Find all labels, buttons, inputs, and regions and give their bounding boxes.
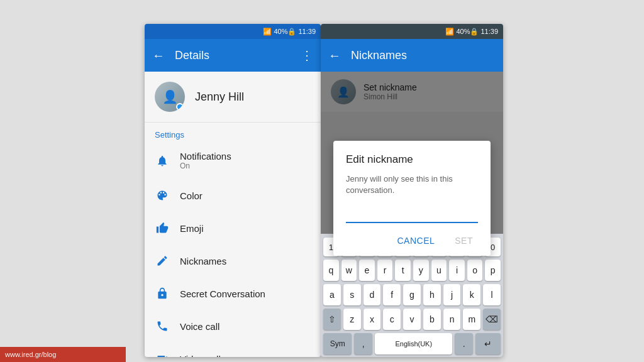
voice-call-text: Voice call	[180, 321, 311, 332]
key-z[interactable]: z	[343, 309, 361, 330]
key-d[interactable]: d	[364, 284, 381, 305]
keyboard-bottom-row: Sym , English(UK) . ↵	[323, 333, 501, 354]
right-signal-icon: 📶	[445, 28, 454, 36]
key-f[interactable]: f	[383, 284, 401, 305]
dialog-overlay: Edit nickname Jenny will only see this i…	[321, 72, 503, 357]
voice-call-menu-item[interactable]: Voice call	[145, 310, 321, 343]
profile-section: 👤 Jenny Hill	[145, 72, 321, 123]
signal-icon: 📶	[263, 28, 272, 36]
time-left: 11:39	[298, 28, 316, 35]
key-j[interactable]: j	[443, 284, 461, 305]
keyboard-row-qwerty: q w e r t y u i o p	[323, 260, 501, 281]
notifications-text: Notifications On	[180, 151, 311, 170]
color-label: Color	[180, 190, 311, 201]
period-key[interactable]: .	[455, 333, 473, 354]
back-button-right[interactable]: ←	[328, 48, 341, 63]
avatar: 👤	[155, 82, 185, 112]
online-indicator	[176, 103, 184, 111]
key-k[interactable]: k	[463, 284, 480, 305]
back-button-left[interactable]: ←	[152, 48, 165, 63]
sym-key[interactable]: Sym	[323, 333, 352, 354]
bell-icon	[155, 153, 170, 168]
secret-conversation-label: Secret Conversation	[180, 288, 311, 299]
spacebar[interactable]: English(UK)	[375, 333, 452, 354]
nicknames-page-title: Nicknames	[351, 49, 496, 62]
pencil-icon	[155, 253, 170, 268]
phone-icon	[155, 319, 170, 334]
key-o[interactable]: o	[467, 260, 483, 281]
video-call-text: Video call	[180, 354, 311, 358]
thumb-icon	[155, 221, 170, 236]
key-e[interactable]: e	[359, 260, 375, 281]
key-g[interactable]: g	[403, 284, 421, 305]
right-app-bar: ← Nicknames	[321, 39, 503, 72]
key-q[interactable]: q	[323, 260, 339, 281]
nickname-input[interactable]	[346, 206, 478, 223]
nicknames-label: Nicknames	[180, 256, 311, 266]
key-m[interactable]: m	[463, 309, 480, 330]
left-status-bar: 📶 40%🔒 11:39	[145, 24, 321, 39]
key-x[interactable]: x	[364, 309, 381, 330]
left-status-icons: 📶 40%🔒 11:39	[263, 28, 316, 36]
video-icon	[155, 351, 170, 357]
key-l[interactable]: l	[483, 284, 501, 305]
nicknames-menu-item[interactable]: Nicknames	[145, 244, 321, 277]
key-r[interactable]: r	[377, 260, 393, 281]
right-time: 11:39	[480, 28, 498, 35]
key-y[interactable]: y	[413, 260, 429, 281]
right-status-icons: 📶 40%🔒 11:39	[445, 28, 498, 36]
bottom-url: www.ired.gr/blog	[5, 351, 56, 358]
left-app-bar: ← Details ⋮	[145, 39, 321, 72]
edit-nickname-dialog: Edit nickname Jenny will only see this i…	[333, 141, 491, 256]
key-v[interactable]: v	[403, 309, 421, 330]
keyboard-row-asdf: a s d f g h j k l	[323, 284, 501, 305]
dialog-actions: CANCEL SET	[346, 233, 478, 248]
set-button[interactable]: SET	[450, 233, 478, 248]
key-s[interactable]: s	[343, 284, 361, 305]
right-battery-text: 40%🔒	[456, 28, 479, 36]
settings-section-label: Settings	[145, 123, 321, 142]
key-h[interactable]: h	[423, 284, 441, 305]
key-n[interactable]: n	[443, 309, 461, 330]
nicknames-text: Nicknames	[180, 256, 311, 266]
right-status-bar: 📶 40%🔒 11:39	[321, 24, 503, 39]
key-p[interactable]: p	[485, 260, 501, 281]
details-title: Details	[175, 49, 301, 62]
battery-text: 40%🔒	[274, 28, 296, 36]
dialog-description: Jenny will only see this in this convers…	[346, 173, 478, 196]
cancel-button[interactable]: CANCEL	[392, 233, 440, 248]
secret-conversation-menu-item[interactable]: Secret Conversation	[145, 277, 321, 310]
backspace-key[interactable]: ⌫	[483, 309, 501, 330]
key-w[interactable]: w	[341, 260, 357, 281]
color-menu-item[interactable]: Color	[145, 179, 321, 212]
notifications-menu-item[interactable]: Notifications On	[145, 142, 321, 179]
key-c[interactable]: c	[383, 309, 401, 330]
key-b[interactable]: b	[423, 309, 441, 330]
color-text: Color	[180, 190, 311, 201]
more-options-icon[interactable]: ⋮	[301, 48, 313, 63]
keyboard-row-zxcv: ⇧ z x c v b n m ⌫	[323, 309, 501, 330]
video-call-label: Video call	[180, 354, 311, 358]
voice-call-label: Voice call	[180, 321, 311, 332]
emoji-label: Emoji	[180, 223, 311, 234]
left-phone-panel: 📶 40%🔒 11:39 ← Details ⋮ 👤 Jenny Hill Se…	[145, 24, 321, 357]
key-t[interactable]: t	[395, 260, 411, 281]
shift-key[interactable]: ⇧	[323, 309, 341, 330]
emoji-text: Emoji	[180, 223, 311, 234]
comma-key[interactable]: ,	[354, 333, 372, 354]
palette-icon	[155, 188, 170, 203]
emoji-menu-item[interactable]: Emoji	[145, 212, 321, 244]
right-phone-panel: 📶 40%🔒 11:39 ← Nicknames 👤 Set nickname …	[321, 24, 503, 357]
notifications-subtitle: On	[180, 162, 311, 170]
secret-conversation-text: Secret Conversation	[180, 288, 311, 299]
profile-name: Jenny Hill	[195, 90, 244, 104]
key-u[interactable]: u	[431, 260, 447, 281]
key-i[interactable]: i	[449, 260, 465, 281]
lock-icon	[155, 286, 170, 301]
dialog-title: Edit nickname	[346, 153, 478, 166]
bottom-status-bar: www.ired.gr/blog	[0, 347, 126, 362]
key-a[interactable]: a	[323, 284, 341, 305]
notifications-label: Notifications	[180, 151, 311, 162]
enter-key[interactable]: ↵	[475, 333, 501, 354]
video-call-menu-item[interactable]: Video call	[145, 343, 321, 357]
